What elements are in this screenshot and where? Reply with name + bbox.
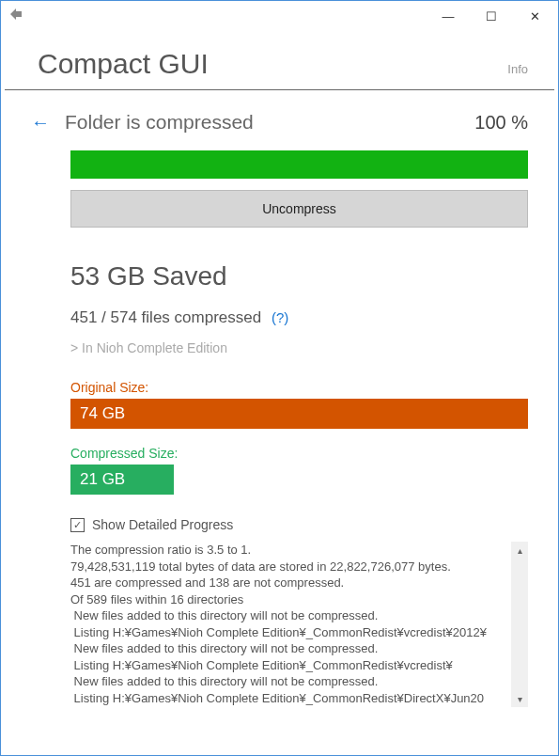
original-size-value: 74 GB xyxy=(80,404,125,423)
detailed-progress-toggle[interactable]: ✓ Show Detailed Progress xyxy=(70,517,528,532)
percent-value: 100 % xyxy=(474,112,528,134)
maximize-button[interactable]: ☐ xyxy=(470,2,513,30)
scrollbar[interactable]: ▴ ▾ xyxy=(511,542,528,707)
progress-bar xyxy=(70,150,528,179)
status-row: ← Folder is compressed 100 % xyxy=(31,111,528,134)
status-text: Folder is compressed xyxy=(65,111,459,134)
compressed-size-value: 21 GB xyxy=(80,470,125,489)
info-link[interactable]: Info xyxy=(507,62,528,76)
original-size-bar: 74 GB xyxy=(70,399,528,429)
scroll-up-icon[interactable]: ▴ xyxy=(511,542,528,559)
files-count: 451 / 574 files compressed xyxy=(70,308,261,326)
header: Compact GUI Info xyxy=(5,31,554,90)
checkbox-icon[interactable]: ✓ xyxy=(70,518,85,532)
folder-expander[interactable]: > In Nioh Complete Edition xyxy=(70,340,528,355)
back-arrow-icon[interactable]: ← xyxy=(31,113,50,132)
log-output: The compression ratio is 3.5 to 1. 79,42… xyxy=(70,542,509,707)
titlebar: — ☐ ✕ xyxy=(1,1,558,31)
scroll-down-icon[interactable]: ▾ xyxy=(511,690,528,707)
original-size-label: Original Size: xyxy=(70,380,528,395)
uncompress-button[interactable]: Uncompress xyxy=(70,190,528,228)
compressed-size-bar: 21 GB xyxy=(70,465,174,495)
close-button[interactable]: ✕ xyxy=(513,2,556,30)
compressed-size-label: Compressed Size: xyxy=(70,446,528,461)
files-compressed: 451 / 574 files compressed (?) xyxy=(70,308,528,327)
minimize-button[interactable]: — xyxy=(427,2,470,30)
saved-heading: 53 GB Saved xyxy=(70,261,528,291)
app-icon xyxy=(8,7,23,22)
app-title: Compact GUI xyxy=(38,48,209,80)
help-icon[interactable]: (?) xyxy=(272,309,288,325)
detailed-progress-label: Show Detailed Progress xyxy=(92,517,233,532)
